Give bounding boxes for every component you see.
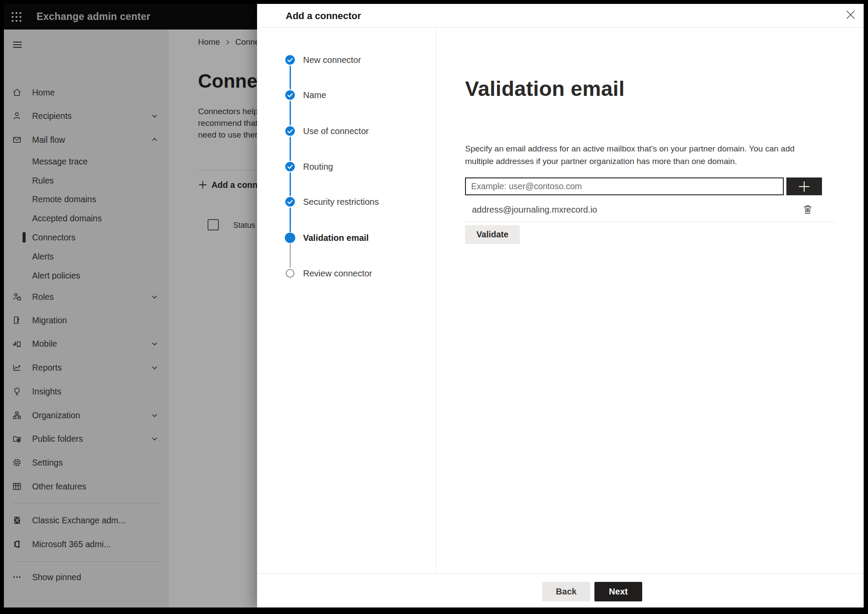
- next-button[interactable]: Next: [594, 582, 642, 601]
- step-label: Validation email: [303, 228, 369, 247]
- delete-address-button[interactable]: [801, 203, 815, 217]
- wizard-column-divider: [436, 28, 436, 573]
- step-label: New connector: [303, 50, 361, 69]
- added-email-address: address@journaling.mxrecord.io: [472, 204, 597, 216]
- step-completed-check-icon: [285, 55, 295, 65]
- content-divider: [465, 222, 836, 222]
- step-completed-check-icon: [285, 197, 295, 207]
- step-current-dot: [285, 233, 295, 243]
- panel-title: Add a connector: [286, 4, 361, 28]
- wizard-step-validation-email[interactable]: Validation email: [257, 228, 435, 247]
- wizard-step-use-of-connector[interactable]: Use of connector: [257, 121, 435, 141]
- step-label: Review connector: [303, 264, 372, 283]
- add-connector-panel: Add a connector New connector Name: [257, 4, 864, 607]
- screen: Exchange admin center Home Recipients: [4, 4, 864, 607]
- step-completed-check-icon: [285, 162, 295, 171]
- panel-footer-divider: [257, 573, 864, 574]
- step-label: Routing: [303, 157, 333, 176]
- step-completed-check-icon: [285, 90, 295, 100]
- close-icon: [845, 9, 856, 20]
- wizard-step-security-restrictions[interactable]: Security restrictions: [257, 192, 435, 211]
- step-label: Use of connector: [303, 121, 369, 141]
- step-upcoming-dot: [286, 269, 294, 278]
- modal-backdrop: [4, 4, 257, 607]
- wizard-step-routing[interactable]: Routing: [257, 157, 435, 176]
- panel-header-divider: [257, 27, 864, 28]
- trash-icon: [803, 204, 812, 215]
- back-button[interactable]: Back: [542, 582, 590, 601]
- wizard-step-review-connector[interactable]: Review connector: [257, 264, 435, 283]
- step-page-description: Specify an email address for an active m…: [465, 143, 804, 167]
- wizard-step-name[interactable]: Name: [257, 85, 435, 105]
- validation-email-input[interactable]: [465, 177, 784, 195]
- step-label: Name: [303, 85, 326, 105]
- step-page-heading: Validation email: [465, 77, 625, 101]
- validate-button[interactable]: Validate: [465, 225, 520, 244]
- step-label: Security restrictions: [303, 192, 379, 211]
- close-button[interactable]: [842, 7, 859, 23]
- step-completed-check-icon: [285, 126, 295, 136]
- plus-icon: [797, 180, 811, 194]
- add-email-button[interactable]: [786, 177, 822, 195]
- wizard-step-new-connector[interactable]: New connector: [257, 50, 435, 69]
